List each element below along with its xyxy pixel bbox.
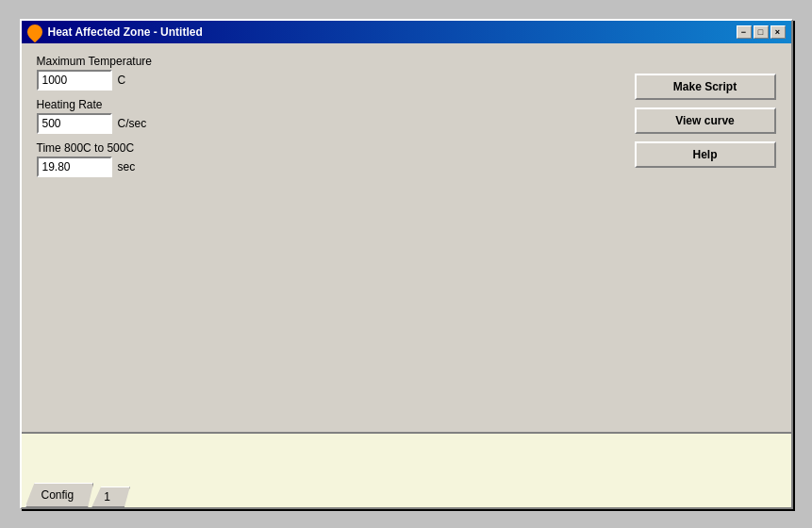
flame-icon [24, 22, 45, 43]
config-tab[interactable]: Config [25, 483, 94, 507]
tabs-container: Config 1 [22, 434, 132, 507]
config-tab-label: Config [41, 488, 75, 502]
maximize-button[interactable]: □ [754, 25, 769, 39]
minimize-button[interactable]: − [737, 25, 752, 39]
time-group: Time 800C to 500C sec [37, 141, 625, 177]
max-temp-label: Maximum Temperature [37, 55, 625, 68]
heating-rate-input[interactable] [37, 113, 112, 134]
buttons-section: Make Script View curve Help [625, 55, 776, 421]
max-temp-row: C [37, 70, 625, 91]
main-area: Maximum Temperature C Heating Rate C/sec [22, 43, 791, 432]
close-button[interactable]: × [771, 25, 786, 39]
heating-rate-group: Heating Rate C/sec [37, 98, 625, 134]
time-unit: sec [118, 160, 136, 173]
time-input[interactable] [37, 157, 112, 177]
title-buttons: − □ × [737, 25, 786, 39]
heating-rate-unit: C/sec [118, 117, 147, 130]
max-temp-unit: C [118, 74, 126, 87]
tab-1[interactable]: 1 [91, 487, 130, 507]
view-curve-button[interactable]: View curve [635, 107, 776, 134]
heating-rate-label: Heating Rate [37, 98, 625, 111]
time-label: Time 800C to 500C [37, 141, 625, 155]
heating-rate-row: C/sec [37, 113, 625, 134]
form-section: Maximum Temperature C Heating Rate C/sec [37, 55, 625, 421]
max-temp-group: Maximum Temperature C [37, 55, 625, 91]
title-bar-left: Heat Affected Zone - Untitled [27, 25, 203, 40]
title-bar: Heat Affected Zone - Untitled − □ × [22, 21, 791, 43]
help-button[interactable]: Help [635, 141, 776, 168]
make-script-button[interactable]: Make Script [635, 74, 776, 100]
time-row: sec [37, 157, 625, 177]
bottom-area: Config 1 [22, 432, 791, 507]
window-title: Heat Affected Zone - Untitled [48, 25, 203, 39]
main-window: Heat Affected Zone - Untitled − □ × Maxi… [20, 19, 793, 509]
tab-1-label: 1 [104, 490, 110, 503]
max-temp-input[interactable] [37, 70, 112, 91]
window-content: Maximum Temperature C Heating Rate C/sec [22, 43, 791, 507]
